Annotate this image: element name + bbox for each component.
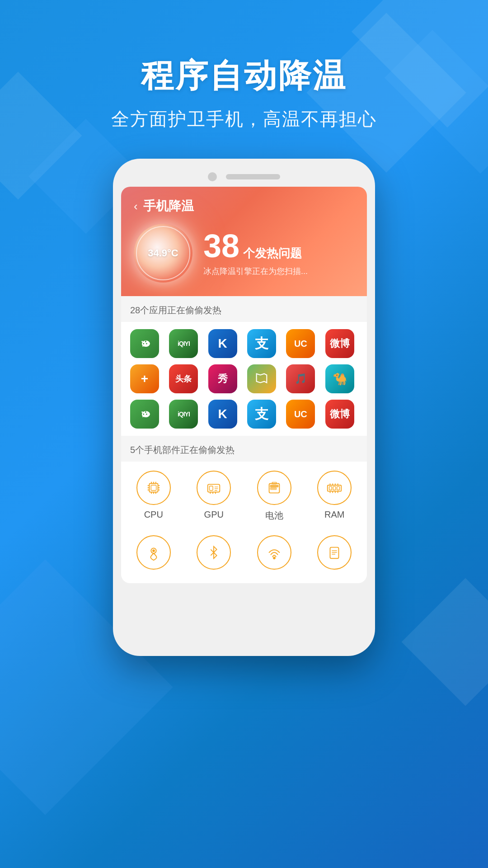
component-gpu[interactable]: GPU [186,471,242,522]
battery-icon [266,479,283,496]
component-sim[interactable] [307,535,363,574]
components-grid-2 [121,531,367,583]
app-icon-weibo[interactable]: 微博 [325,329,354,358]
app-icon-uc[interactable]: UC [286,329,315,358]
component-wifi[interactable] [246,535,302,574]
components-section-label: 5个手机部件正在偷偷发热 [121,437,367,462]
component-location[interactable] [126,535,182,574]
svg-rect-27 [328,485,341,491]
location-icon [145,544,162,561]
temperature-circle: 34.9°C [134,224,192,283]
issue-count-row: 38 个发热问题 [203,230,354,262]
app-info: 38 个发热问题 冰点降温引擎正在为您扫描... [203,230,354,277]
component-bluetooth[interactable] [186,535,242,574]
phone-top-bar [121,172,367,181]
cpu-label: CPU [144,509,163,520]
back-button[interactable]: ‹ [134,199,138,213]
app-icon-iqiyi[interactable]: iQIYI [169,329,198,358]
component-ram[interactable]: RAM [307,471,363,522]
svg-rect-25 [270,485,278,487]
app-icon-maps[interactable] [247,364,276,393]
app-icon-uc2[interactable]: UC [286,400,315,429]
temperature-value: 34.9°C [148,247,178,259]
app-icon-camel[interactable]: 🐪 [325,364,354,393]
app-icon-weibo2[interactable]: 微博 [325,400,354,429]
app-icon-kuaiying[interactable]: K [208,329,237,358]
gpu-label: GPU [204,509,224,520]
phone-container: ‹ 手机降温 34.9°C 38 个发热问题 冰点降温引擎正在为您扫描 [0,159,488,656]
main-title: 程序自动降温 [0,54,488,98]
app-icon-kuaiying2[interactable]: K [208,400,237,429]
component-cpu[interactable]: CPU [126,471,182,522]
gpu-icon-circle [197,471,231,505]
svg-rect-38 [337,486,340,490]
app-title: 手机降温 [143,198,194,215]
svg-rect-1 [149,484,158,492]
ram-icon [326,479,343,496]
battery-label: 电池 [265,509,283,522]
svg-point-40 [153,550,155,552]
components-grid: CPU [121,462,367,531]
component-battery[interactable]: 电池 [246,471,302,522]
app-icon-health[interactable]: + [130,364,159,393]
svg-rect-26 [270,488,276,490]
app-icon-wechat[interactable] [130,329,159,358]
wifi-icon [266,544,283,561]
app-content: 34.9°C 38 个发热问题 冰点降温引擎正在为您扫描... [134,224,354,283]
issue-count: 38 [203,230,239,262]
svg-point-41 [273,557,275,559]
app-icon-toutiao[interactable]: 头条 [169,364,198,393]
bluetooth-icon [205,544,222,561]
cpu-icon-circle [136,471,171,505]
header-section: 程序自动降温 全方面护卫手机，高温不再担心 [0,0,488,132]
sim-icon-circle [317,535,352,570]
app-header: ‹ 手机降温 34.9°C 38 个发热问题 冰点降温引擎正在为您扫描 [121,187,367,296]
sim-icon [326,544,343,561]
app-icon-meipai[interactable]: 秀 [208,364,237,393]
svg-marker-0 [257,374,267,383]
app-icon-iqiyi2[interactable]: iQIYI [169,400,198,429]
svg-rect-36 [329,486,332,490]
cpu-icon [145,479,162,496]
issue-label: 个发热问题 [243,245,302,261]
phone-screen: ‹ 手机降温 34.9°C 38 个发热问题 冰点降温引擎正在为您扫描 [121,187,367,583]
phone-camera [208,172,217,181]
app-icon-alipay[interactable]: 支 [247,329,276,358]
svg-rect-16 [210,486,213,491]
app-icon-wechat2[interactable] [130,400,159,429]
scan-text: 冰点降温引擎正在为您扫描... [203,266,354,277]
sub-title: 全方面护卫手机，高温不再担心 [0,107,488,132]
location-icon-circle [136,535,171,570]
gpu-icon [205,479,222,496]
app-nav: ‹ 手机降温 [134,198,354,215]
ram-label: RAM [324,509,344,520]
bluetooth-icon-circle [197,535,231,570]
apps-grid: iQIYI K 支 UC 微博 + 头条 秀 🎵 🐪 iQIYI K [121,322,367,436]
apps-section-label: 28个应用正在偷偷发热 [121,296,367,322]
phone-mockup: ‹ 手机降温 34.9°C 38 个发热问题 冰点降温引擎正在为您扫描 [113,159,375,656]
svg-rect-2 [151,485,156,490]
svg-rect-42 [330,547,339,559]
ram-icon-circle [317,471,352,505]
app-icon-alipay2[interactable]: 支 [247,400,276,429]
svg-rect-37 [333,486,336,490]
wifi-icon-circle [257,535,291,570]
phone-speaker [226,174,280,179]
app-icon-netease[interactable]: 🎵 [286,364,315,393]
battery-icon-circle [257,471,291,505]
